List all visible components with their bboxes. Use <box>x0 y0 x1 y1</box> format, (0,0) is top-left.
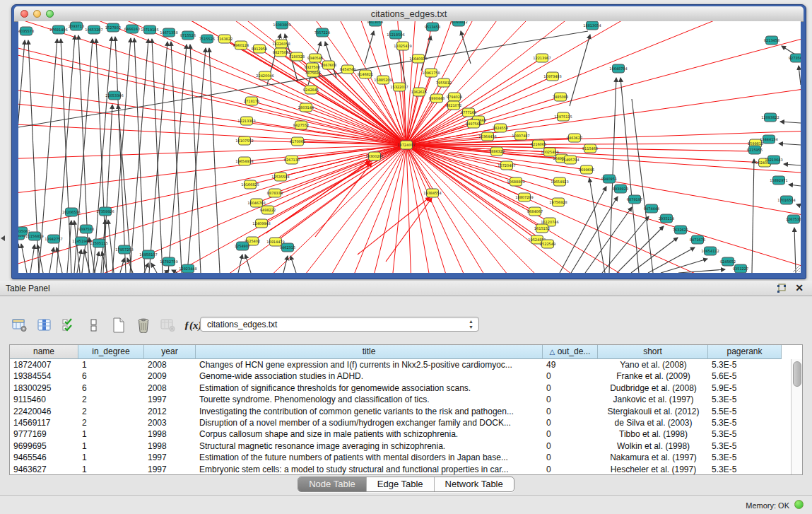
cell-year[interactable]: 2008 <box>144 382 196 394</box>
cell-out_de[interactable]: 0 <box>543 452 598 463</box>
cell-short[interactable]: Franke et al. (2009) <box>598 370 708 382</box>
cell-short[interactable]: Nakamura et al. (1997) <box>598 452 708 463</box>
graph-node-yellow[interactable]: 19166825 <box>241 180 259 189</box>
cell-title[interactable]: Estimation of significance thresholds fo… <box>196 382 543 394</box>
cell-out_de[interactable]: 0 <box>543 370 598 382</box>
graph-node-yellow[interactable]: 15720407 <box>498 161 515 170</box>
graph-node-teal[interactable]: 4035578 <box>18 27 34 35</box>
column-header-name[interactable]: name <box>10 345 78 359</box>
cell-name[interactable]: 9777169 <box>10 428 78 440</box>
graph-node-teal[interactable]: 15892971 <box>770 176 787 185</box>
graph-node-yellow[interactable]: 9684067 <box>527 207 543 216</box>
cell-in_degree[interactable]: 1 <box>78 359 144 370</box>
cell-name[interactable]: 22420046 <box>10 406 78 417</box>
graph-node-teal[interactable]: 7357224 <box>314 28 330 37</box>
graph-node-teal[interactable]: 9213458 <box>764 36 779 45</box>
graph-node-teal[interactable]: 1267533 <box>786 215 801 223</box>
graph-node-teal[interactable]: 10654112 <box>701 247 719 255</box>
graph-node-yellow[interactable]: 8912954 <box>252 45 267 53</box>
cell-name[interactable]: 9465546 <box>10 452 78 463</box>
graph-node-teal[interactable]: 10719185 <box>141 25 158 34</box>
graph-node-teal[interactable]: 12093822 <box>761 113 779 122</box>
graph-node-yellow[interactable]: 9794024 <box>447 93 462 101</box>
graph-node-yellow[interactable]: 10688809 <box>507 177 524 186</box>
table-row[interactable]: 946362711997Embryonic stem cells: a mode… <box>10 464 802 475</box>
graph-node-teal[interactable]: 1527802 <box>105 23 121 32</box>
cell-title[interactable]: Embryonic stem cells: a model to study s… <box>196 464 543 475</box>
cell-out_de[interactable]: 0 <box>543 464 598 475</box>
cell-title[interactable]: Estimation of the future numbers of pati… <box>196 452 543 463</box>
graph-node-teal[interactable]: 27691406 <box>49 25 67 34</box>
graph-node-teal[interactable]: 8938923 <box>613 185 628 193</box>
cell-year[interactable]: 2003 <box>144 417 196 428</box>
table-row[interactable]: 2242004622012Investigating the contribut… <box>10 406 802 417</box>
graph-node-yellow[interactable]: 10807487 <box>512 132 529 140</box>
graph-node-teal[interactable]: 17957253 <box>115 245 133 254</box>
graph-node-yellow[interactable]: 2867608 <box>321 61 336 69</box>
cell-short[interactable]: Jankovic et al. (1997) <box>598 394 708 405</box>
cell-pagerank[interactable]: 5.3E-5 <box>708 464 782 475</box>
table-row[interactable]: 1938455462009Genome-wide association stu… <box>10 370 802 382</box>
graph-node-teal[interactable]: 18813054 <box>583 21 601 30</box>
graph-node-yellow[interactable]: 8427552 <box>293 121 309 129</box>
tab-edge-table[interactable]: Edge Table <box>367 477 435 491</box>
graph-node-teal[interactable]: 8940951 <box>601 175 617 183</box>
cell-pagerank[interactable]: 5.3E-5 <box>708 440 782 452</box>
graph-node-teal[interactable]: 9474444 <box>644 204 659 213</box>
graph-node-teal[interactable]: 9245652 <box>720 257 736 266</box>
graph-node-yellow[interactable]: 2522549 <box>540 240 555 248</box>
graph-node-teal[interactable]: 1254907 <box>235 242 250 250</box>
cell-year[interactable]: 2008 <box>144 359 196 370</box>
cell-year[interactable]: 1998 <box>144 440 196 452</box>
graph-node-yellow[interactable]: 9242845 <box>303 86 319 94</box>
close-panel-icon[interactable]: ✕ <box>795 282 804 293</box>
cell-short[interactable]: Tibbo et al. (1998) <box>598 428 708 440</box>
graph-node-yellow[interactable]: 14226058 <box>272 40 290 48</box>
graph-node-yellow[interactable]: 9115460 <box>582 144 598 153</box>
graph-node-teal[interactable]: 10653287 <box>85 25 102 34</box>
graph-node-yellow[interactable]: 16107552 <box>235 136 253 145</box>
cell-short[interactable]: Hescheler et al. (1997) <box>598 464 708 475</box>
graph-node-teal[interactable]: 9715526 <box>180 31 196 40</box>
table-row[interactable]: 1872400712008Changes of HCN gene express… <box>10 359 802 370</box>
cell-short[interactable]: Yano et al. (2008) <box>598 359 708 370</box>
cell-year[interactable]: 2012 <box>144 406 196 417</box>
column-header-title[interactable]: title <box>196 345 543 359</box>
graph-node-yellow[interactable]: 7955812 <box>436 78 452 87</box>
cell-short[interactable]: Wolkin et al. (1998) <box>598 440 708 452</box>
graph-node-teal[interactable]: 16648784 <box>609 64 627 73</box>
graph-node-teal[interactable]: 6466160 <box>124 25 140 33</box>
select-rows-icon[interactable] <box>61 317 78 334</box>
new-table-icon[interactable] <box>110 317 127 334</box>
cell-out_de[interactable]: 0 <box>543 406 598 417</box>
cell-out_de[interactable]: 49 <box>543 359 598 370</box>
cell-name[interactable]: 9699695 <box>10 440 78 452</box>
graph-node-teal[interactable]: 2093713 <box>69 22 84 30</box>
graph-node-teal[interactable]: 9513458 <box>425 23 440 31</box>
graph-node-yellow[interactable]: 7163822 <box>217 35 233 43</box>
table-row[interactable]: 946554611997Estimation of the future num… <box>10 452 802 463</box>
graph-node-yellow[interactable]: 12535594 <box>271 173 289 181</box>
cell-short[interactable]: Stergiakouli et al. (2012) <box>598 406 708 417</box>
cell-title[interactable]: Changes of HCN gene expression and I(f) … <box>196 359 543 370</box>
delete-entries-icon[interactable] <box>135 317 152 334</box>
tab-network-table[interactable]: Network Table <box>435 477 514 491</box>
cell-pagerank[interactable]: 5.3E-5 <box>708 417 782 428</box>
graph-node-teal[interactable]: 17016504 <box>777 196 795 204</box>
cell-pagerank[interactable]: 5.3E-5 <box>708 452 782 463</box>
graph-node-teal[interactable]: 9462315 <box>280 243 295 252</box>
cell-pagerank[interactable]: 5.5E-5 <box>708 406 782 417</box>
cell-year[interactable]: 1997 <box>144 452 196 463</box>
cell-title[interactable]: Investigating the contribution of common… <box>196 406 543 417</box>
graph-node-yellow[interactable]: 8990443 <box>429 94 445 103</box>
tab-node-table[interactable]: Node Table <box>298 477 367 491</box>
cell-short[interactable]: Dudbridge et al. (2008) <box>598 382 708 394</box>
column-header-short[interactable]: short <box>598 345 708 359</box>
graph-node-teal[interactable]: 9351227 <box>733 264 748 273</box>
column-header-pagerank[interactable]: pagerank <box>708 345 782 359</box>
cell-year[interactable]: 1998 <box>144 428 196 440</box>
cell-title[interactable]: Disruption of a novel member of a sodium… <box>196 417 543 428</box>
table-row[interactable]: 969969511998Structural magnetic resonanc… <box>10 440 802 452</box>
graph-node-yellow[interactable]: 4170061 <box>290 137 305 146</box>
cell-name[interactable]: 9115460 <box>10 394 78 405</box>
